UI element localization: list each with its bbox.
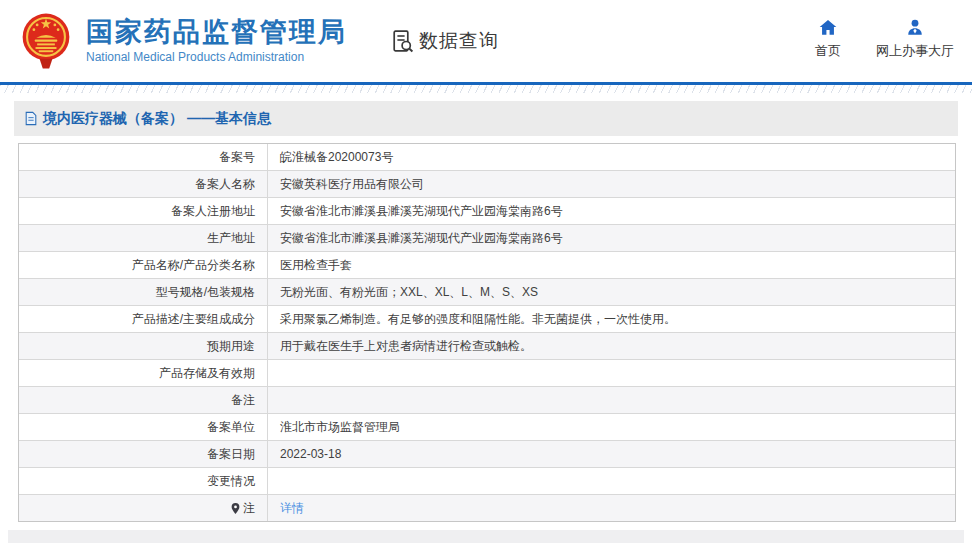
hatch-band <box>0 85 972 93</box>
table-row: 备案人注册地址 安徽省淮北市濉溪县濉溪芜湖现代产业园海棠南路6号 <box>19 198 955 225</box>
org-subtitle: National Medical Products Administration <box>86 50 347 64</box>
row-value: 安徽省淮北市濉溪县濉溪芜湖现代产业园海棠南路6号 <box>268 198 955 224</box>
row-value: 用于戴在医生手上对患者病情进行检查或触检。 <box>268 333 955 359</box>
home-icon <box>818 18 838 37</box>
document-search-icon <box>391 29 415 53</box>
row-label: 变更情况 <box>19 468 268 494</box>
row-label: 生产地址 <box>19 225 268 251</box>
row-value <box>268 387 955 413</box>
table-row: 变更情况 <box>19 468 955 495</box>
row-label: 预期用途 <box>19 333 268 359</box>
row-label: 备案号 <box>19 144 268 170</box>
page-title-bar: 境内医疗器械（备案） ——基本信息 <box>14 101 958 136</box>
row-value: 详情 <box>268 495 955 521</box>
data-query-label: 数据查询 <box>419 28 499 54</box>
row-label: 型号规格/包装规格 <box>19 279 268 305</box>
row-label: 产品名称/产品分类名称 <box>19 252 268 278</box>
row-value: 安徽英科医疗用品有限公司 <box>268 171 955 197</box>
row-label: 备案人名称 <box>19 171 268 197</box>
table-row: 产品存储及有效期 <box>19 360 955 387</box>
detail-link[interactable]: 详情 <box>280 501 304 516</box>
row-value <box>268 468 955 494</box>
note-label: 注 <box>243 501 255 516</box>
row-value: 皖淮械备20200073号 <box>268 144 955 170</box>
nav-item-label: 网上办事大厅 <box>876 42 954 60</box>
data-query-tab[interactable]: 数据查询 <box>391 28 499 54</box>
row-value: 淮北市市场监督管理局 <box>268 414 955 440</box>
page-title: 境内医疗器械（备案） ——基本信息 <box>43 110 271 128</box>
china-national-emblem-icon <box>20 12 72 70</box>
table-row: 型号规格/包装规格 无粉光面、有粉光面；XXL、XL、L、M、S、XS <box>19 279 955 306</box>
table-row: 备注 <box>19 387 955 414</box>
logo-link[interactable]: 国家药品监督管理局 National Medical Products Admi… <box>20 12 347 70</box>
table-row: 产品名称/产品分类名称 医用检查手套 <box>19 252 955 279</box>
table-row: 备案日期 2022-03-18 <box>19 441 955 468</box>
org-title: 国家药品监督管理局 <box>86 18 347 48</box>
table-row: 产品描述/主要组成成分 采用聚氯乙烯制造。有足够的强度和阻隔性能。非无菌提供，一… <box>19 306 955 333</box>
row-label: 备注 <box>19 387 268 413</box>
row-label: 备案人注册地址 <box>19 198 268 224</box>
nav-item-label: 首页 <box>815 42 841 60</box>
nav-item-online-hall[interactable]: 网上办事大厅 <box>876 18 954 60</box>
table-row: 备案号 皖淮械备20200073号 <box>19 144 955 171</box>
row-value: 无粉光面、有粉光面；XXL、XL、L、M、S、XS <box>268 279 955 305</box>
row-value: 医用检查手套 <box>268 252 955 278</box>
row-label: 备案日期 <box>19 441 268 467</box>
row-value: 采用聚氯乙烯制造。有足够的强度和阻隔性能。非无菌提供，一次性使用。 <box>268 306 955 332</box>
row-value: 安徽省淮北市濉溪县濉溪芜湖现代产业园海棠南路6号 <box>268 225 955 251</box>
nav-item-home[interactable]: 首页 <box>806 18 850 60</box>
header-nav: 首页 网上办事大厅 <box>806 18 954 60</box>
row-label: 备案单位 <box>19 414 268 440</box>
registration-info-table: 备案号 皖淮械备20200073号 备案人名称 安徽英科医疗用品有限公司 备案人… <box>18 143 956 522</box>
table-row: 生产地址 安徽省淮北市濉溪县濉溪芜湖现代产业园海棠南路6号 <box>19 225 955 252</box>
footer-strip <box>8 530 964 543</box>
row-label: 产品描述/主要组成成分 <box>19 306 268 332</box>
table-row: 备案单位 淮北市市场监督管理局 <box>19 414 955 441</box>
row-value: 2022-03-18 <box>268 441 955 467</box>
table-row: 预期用途 用于戴在医生手上对患者病情进行检查或触检。 <box>19 333 955 360</box>
table-row: 注 详情 <box>19 495 955 521</box>
row-value <box>268 360 955 386</box>
row-label: 产品存储及有效期 <box>19 360 268 386</box>
table-row: 备案人名称 安徽英科医疗用品有限公司 <box>19 171 955 198</box>
row-label: 注 <box>19 495 268 521</box>
person-icon <box>905 18 925 37</box>
document-icon <box>24 111 38 126</box>
logo-text: 国家药品监督管理局 National Medical Products Admi… <box>86 18 347 65</box>
site-header: 国家药品监督管理局 National Medical Products Admi… <box>0 0 972 82</box>
map-pin-icon <box>230 502 241 515</box>
